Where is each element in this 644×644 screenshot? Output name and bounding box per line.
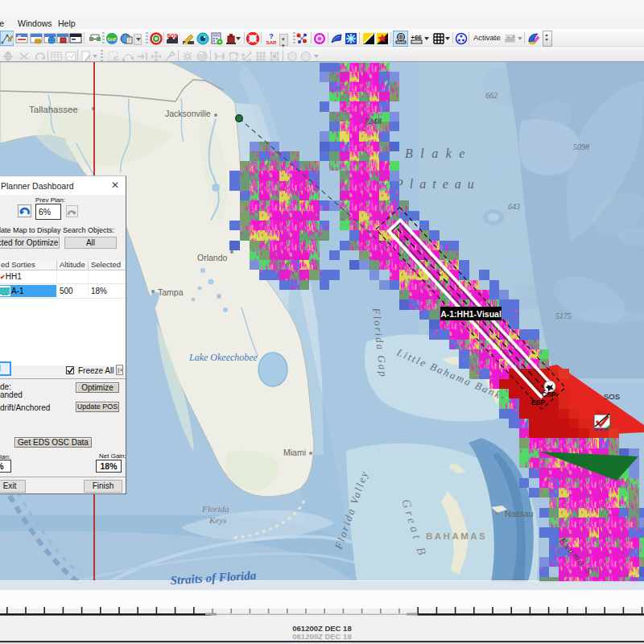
svg-text:643: 643: [508, 202, 520, 211]
svg-text:662: 662: [485, 91, 497, 100]
svg-text:+66: +66: [411, 34, 422, 41]
svg-text:BAHAMAS: BAHAMAS: [426, 531, 487, 541]
svg-text:Orlando: Orlando: [197, 253, 228, 262]
svg-text:5175: 5175: [555, 312, 572, 320]
svg-text:Keys: Keys: [208, 515, 226, 525]
svg-text:Jacksonville: Jacksonville: [165, 109, 211, 118]
svg-text:Nassau: Nassau: [505, 509, 534, 518]
svg-text:SOS: SOS: [167, 33, 178, 39]
svg-text:Tallahassee: Tallahassee: [29, 105, 78, 114]
svg-text:SHF: SHF: [107, 37, 117, 42]
svg-text:ESP: ESP: [531, 398, 545, 407]
svg-text:Tampa: Tampa: [158, 287, 184, 297]
svg-text:?: ?: [269, 32, 274, 40]
svg-text:Blake: Blake: [405, 147, 473, 160]
svg-text:SOS: SOS: [604, 392, 620, 401]
svg-text:1248: 1248: [364, 116, 382, 126]
svg-text:5098: 5098: [573, 142, 589, 151]
svg-text:SAR: SAR: [266, 40, 277, 45]
svg-text:Plateau: Plateau: [394, 177, 481, 191]
svg-text:Florida: Florida: [201, 504, 229, 514]
svg-text:A-1:HH1-Visual: A-1:HH1-Visual: [440, 309, 502, 319]
svg-text:Miami: Miami: [283, 448, 306, 457]
svg-text:Lake Okeechobee: Lake Okeechobee: [188, 352, 258, 363]
svg-text:SOS: SOS: [506, 34, 516, 39]
svg-text:CSP: CSP: [542, 390, 556, 398]
svg-text:SOS: SOS: [596, 410, 606, 415]
